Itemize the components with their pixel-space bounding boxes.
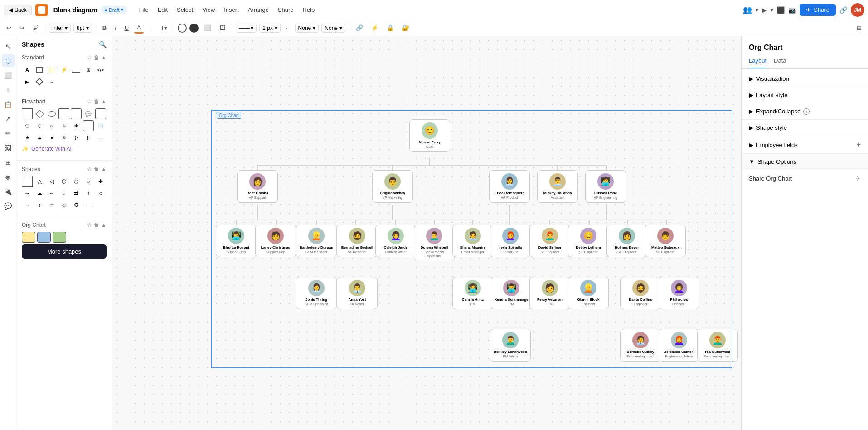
arrow-end-selector[interactable]: None ▾: [321, 24, 345, 33]
font-selector[interactable]: Inter ▾: [49, 24, 71, 33]
undo-button[interactable]: ↩: [4, 23, 14, 33]
line-style-selector[interactable]: —— ▾: [236, 24, 257, 33]
employee-fields-section[interactable]: ▶ Employee fields +: [742, 136, 868, 154]
code-shape[interactable]: </>: [95, 64, 106, 75]
org-node-vp5[interactable]: 👩‍💻Russell RoseVP Engineering: [585, 170, 626, 203]
arrow-start-selector[interactable]: None ▾: [295, 24, 319, 33]
fc-oval[interactable]: [46, 108, 57, 119]
fc-diamond[interactable]: [34, 108, 45, 119]
back-button[interactable]: ◀ Back: [4, 5, 32, 15]
connector-tool[interactable]: ↗: [2, 112, 15, 125]
sh-up-arr[interactable]: ↑: [83, 188, 94, 199]
shape-options-section[interactable]: ▼ Shape Options: [742, 154, 868, 170]
sh-line[interactable]: —: [83, 200, 94, 210]
fc-note[interactable]: 📄: [95, 120, 106, 131]
org-node-m7[interactable]: 🧔Dante CollinsEngineer: [620, 277, 661, 309]
draft-badge[interactable]: ● Draft ▾: [101, 6, 127, 14]
highlight-shape[interactable]: ⚡: [58, 64, 69, 75]
sh-plus[interactable]: ✚: [95, 176, 106, 187]
play-shape[interactable]: ▶: [22, 76, 33, 87]
text-tool[interactable]: T: [2, 83, 15, 96]
text-shape[interactable]: A: [22, 64, 33, 75]
menu-help[interactable]: Help: [298, 5, 320, 15]
sh-ud-arr[interactable]: ↕: [34, 200, 45, 210]
freehand-tool[interactable]: ✏: [2, 127, 15, 140]
visualization-section[interactable]: ▶ Visualization: [742, 71, 868, 87]
share-org-chart-section[interactable]: Share Org Chart ✈: [742, 170, 868, 186]
properties-button[interactable]: ⊞: [854, 23, 864, 33]
collapse-shapes-button[interactable]: ▲: [101, 166, 107, 172]
share-button[interactable]: ✈ Share: [800, 4, 836, 16]
connector-style-button[interactable]: ⌐: [283, 23, 292, 33]
collapse-flowchart-button[interactable]: ▲: [101, 98, 107, 105]
org-node-m6[interactable]: 👱Gianni BlockEngineer: [568, 277, 609, 309]
add-employee-field-icon[interactable]: +: [857, 141, 861, 149]
orgchart-section-header[interactable]: Org Chart ☆ 🗑 ▲: [22, 220, 107, 230]
org-node-m3[interactable]: 👩‍💻Camila HintzPM: [452, 277, 493, 309]
org-node-e10[interactable]: 😊Debby LethemSr. Engineer: [568, 225, 609, 257]
fc-cloud[interactable]: ☁: [34, 132, 45, 143]
fc-cross[interactable]: ✚: [71, 120, 82, 131]
delete-orgchart-button[interactable]: 🗑: [94, 222, 99, 228]
fc-cyl[interactable]: ⊕: [58, 120, 69, 131]
org-node-e12[interactable]: 👨Matteo GobeauxSr. Engineer: [645, 225, 686, 257]
star-standard-button[interactable]: ☆: [87, 54, 92, 61]
line-width-selector[interactable]: 2 px ▾: [259, 24, 281, 33]
org-node-i1[interactable]: 👨‍🦱Berkley EsharwoodPM Intern: [490, 329, 531, 362]
user-avatar[interactable]: JM: [851, 3, 864, 17]
org-node-e7[interactable]: 🧑‍💼Shana MaguireEmail Manager: [452, 225, 493, 257]
org-node-vp4[interactable]: 👨‍💼Mickey HollandaAssistant: [537, 170, 578, 203]
box-button[interactable]: ⬜: [201, 23, 214, 33]
fc-brack2[interactable]: []: [83, 132, 94, 143]
delete-flowchart-button[interactable]: 🗑: [94, 98, 99, 105]
sh-ring[interactable]: ○: [95, 188, 106, 199]
component-tool[interactable]: ◈: [2, 171, 15, 183]
sh-arr-r[interactable]: →: [22, 188, 33, 199]
layout-style-section[interactable]: ▶ Layout style: [742, 87, 868, 103]
org-node-e11[interactable]: 👩Holmes DeverSr. Engineer: [606, 225, 647, 257]
menu-select[interactable]: Select: [172, 5, 198, 15]
sh-arr-l[interactable]: ↔: [46, 188, 57, 199]
lock-button[interactable]: 🔒: [384, 23, 397, 33]
sh-cloud[interactable]: ☁: [34, 188, 45, 199]
org-node-vp1[interactable]: 👩Bent GrashaVP Support: [237, 170, 278, 203]
sh-rect[interactable]: [22, 176, 33, 187]
sh-circ[interactable]: ○: [83, 176, 94, 187]
redo-button[interactable]: ↪: [17, 23, 27, 33]
org-node-i4[interactable]: 👨‍🦰Nia GutkowskiEngineering Intern: [697, 329, 738, 362]
org-node-m2[interactable]: 👨‍💼Anna YostDesigner: [337, 277, 378, 309]
format-paint-button[interactable]: 🖌: [30, 23, 41, 33]
sh-hex[interactable]: ⬡: [58, 176, 69, 187]
menu-arrange[interactable]: Arrange: [243, 5, 273, 15]
sh-tri[interactable]: △: [34, 176, 45, 187]
image-button[interactable]: 🖼: [217, 23, 228, 33]
font-size-selector[interactable]: 8pt ▾: [73, 24, 92, 33]
menu-edit[interactable]: Edit: [153, 5, 172, 15]
delete-shapes-button[interactable]: 🗑: [94, 166, 99, 172]
underline-button[interactable]: U: [122, 23, 131, 33]
fc-ring[interactable]: ⊗: [58, 132, 69, 143]
fc-wavy[interactable]: [71, 108, 82, 119]
flowchart-section-header[interactable]: Flowchart ☆ 🗑 ▲: [22, 97, 107, 107]
org-node-vp3[interactable]: 👩‍💼Erica RomagueraVP Product: [489, 170, 530, 203]
org-shape-3[interactable]: [53, 232, 66, 243]
sh-dbl-arr[interactable]: ⇄: [71, 188, 82, 199]
rect-shape[interactable]: [34, 64, 45, 75]
org-node-e6[interactable]: 👨‍🦱Dorena WhebellSocial Media Specialist: [414, 225, 455, 261]
menu-view[interactable]: View: [198, 5, 219, 15]
fc-rect3[interactable]: [83, 120, 94, 131]
line-shape[interactable]: [71, 64, 82, 75]
org-shape-1[interactable]: [22, 232, 35, 243]
org-node-e5[interactable]: 👩‍🦱Caleigh JerdeContent Writer: [375, 225, 416, 257]
org-node-i2[interactable]: 🧑‍💼Bernelle CubleyEngineering Intern: [620, 329, 661, 362]
align-button[interactable]: ≡: [146, 23, 155, 33]
lock2-button[interactable]: 🔐: [399, 23, 412, 33]
menu-file[interactable]: File: [135, 5, 153, 15]
more-shapes-button[interactable]: More shapes: [22, 244, 107, 259]
shapes-section-header[interactable]: Shapes ☆ 🗑 ▲: [22, 164, 107, 174]
sh-hept[interactable]: ⬠: [71, 176, 82, 187]
shape-tool[interactable]: ⬡: [2, 54, 15, 67]
sh-diamond2[interactable]: ◇: [58, 200, 69, 210]
sh-star[interactable]: ☆: [46, 200, 57, 210]
sh-gear[interactable]: ⚙: [71, 200, 82, 210]
